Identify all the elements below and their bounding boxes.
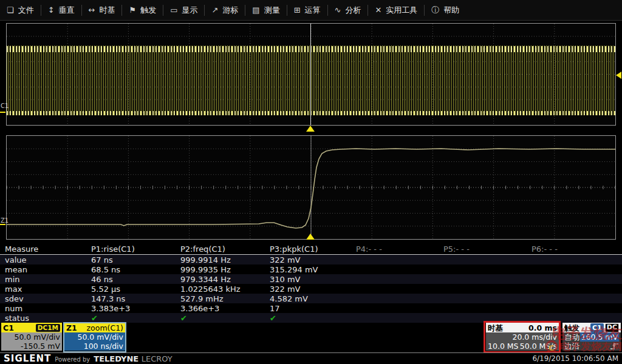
trigger-descriptor-box[interactable]: 触发 C1 DC 自动 160.5 mV 边沿 [562, 323, 621, 351]
menu-item-analysis[interactable]: ∿分析 [328, 0, 368, 20]
measure-row-mean: mean 68.5 ns 999.9935 Hz 315.294 mV [0, 265, 622, 274]
menu-item-math[interactable]: ⊞运算 [287, 0, 327, 20]
z1-timescale: 100 ns/div [66, 342, 123, 351]
z1-name: Z1 [66, 323, 77, 332]
cell: 322 mV [270, 255, 356, 265]
c1-waveform-bottom-envelope [7, 111, 615, 115]
zoom-window-position-line[interactable] [310, 24, 311, 125]
cell: 46 ns [91, 275, 180, 284]
main-waveform-area[interactable] [6, 23, 616, 126]
menu-item-measure[interactable]: ▤测量 [245, 0, 286, 20]
menu-item-display[interactable]: ▭显示 [163, 0, 204, 20]
tools-icon: ✕ [375, 5, 381, 15]
chart-icon: ∿ [335, 5, 341, 15]
measure-col-p2[interactable]: P2:freq(C1) [180, 244, 270, 254]
trigger-level: 160.5 mV [580, 332, 620, 342]
z1-mode: zoom(C1) [87, 323, 123, 332]
row-label: mean [0, 265, 91, 274]
menu-label-help: 帮助 [443, 5, 459, 16]
measure-icon: ▤ [252, 5, 259, 15]
measure-row-num: num 3.383e+3 3.366e+3 17 [0, 303, 622, 313]
datetime-display: 6/19/2015 10:06:50 AM [532, 354, 618, 363]
trigger-position-marker-top[interactable] [306, 126, 315, 132]
measure-row-value: value 67 ns 999.9914 Hz 322 mV [0, 255, 622, 265]
display-icon: ▭ [170, 5, 177, 15]
measure-table: Measure P1:rise(C1) P2:freq(C1) P3:pkpk(… [0, 244, 622, 323]
z1-descriptor-box[interactable]: Z1 zoom(C1) 50.0 mV/div 100 ns/div [63, 322, 126, 352]
cell: 68.5 ns [91, 265, 180, 274]
trigger-coupling-badge: DC [605, 323, 619, 332]
menu-bar: ❏文件 ↕垂直 ↔时基 ⚑触发 ▭显示 ↗游标 ▤测量 ⊞运算 ∿分析 ✕实用工… [0, 0, 622, 21]
cell: 979.3344 Hz [180, 275, 270, 284]
cell: 1.0225643 kHz [180, 285, 270, 294]
cell: 999.9935 Hz [180, 265, 270, 274]
trigger-source-badge: C1 [590, 323, 604, 332]
c1-descriptor-box[interactable]: C1 DC1M 50.0 mV/div -150.5 mV [1, 323, 62, 351]
measure-corner-label: Measure [0, 244, 91, 254]
c1-coupling-badge: DC1M [36, 324, 60, 332]
timebase-descriptor-box[interactable]: 时基 0.0 ms 20.0 ms/div 10.0 MS 50.0 MS/s [486, 323, 559, 351]
menu-label-analysis: 分析 [345, 5, 361, 16]
measure-col-p1[interactable]: P1:rise(C1) [91, 244, 180, 254]
z1-scale: 50.0 mV/div [66, 332, 123, 342]
menu-item-help[interactable]: ⓘ帮助 [425, 0, 466, 20]
status-check-icon: ✔ [91, 314, 180, 323]
measure-col-p4[interactable]: P4:- - - [356, 244, 443, 254]
cell: 310 mV [270, 275, 356, 284]
menu-label-trigger: 触发 [140, 5, 156, 16]
z1-channel-marker[interactable]: Z1 [1, 217, 9, 224]
menu-item-utilities[interactable]: ✕实用工具 [368, 0, 424, 20]
menu-item-timebase[interactable]: ↔时基 [82, 0, 122, 20]
menu-label-timebase: 时基 [99, 5, 115, 16]
menu-label-measure: 测量 [264, 5, 280, 16]
cell: 3.366e+3 [180, 304, 270, 313]
timebase-samplerate: 50.0 MS/s [520, 342, 557, 351]
zoom-waveform-area[interactable] [6, 135, 616, 240]
cell: 5.52 µs [91, 285, 180, 294]
menu-label-display: 显示 [182, 5, 197, 16]
teledyne-lecroy-logo: TELEDYNE LECROY [94, 354, 173, 363]
vertical-arrows-icon: ↕ [48, 5, 55, 15]
cell: 67 ns [91, 255, 180, 265]
measure-col-p6[interactable]: P6:- - - [531, 244, 622, 254]
timebase-samples: 10.0 MS [488, 342, 519, 351]
c1-waveform-band [7, 46, 615, 115]
c1-scale: 50.0 mV/div [3, 332, 60, 342]
status-check-icon: ✔ [270, 314, 356, 323]
menu-label-math: 运算 [305, 5, 321, 16]
measure-col-p5[interactable]: P5:- - - [443, 244, 531, 254]
timebase-delay: 0.0 ms [528, 323, 557, 332]
timebase-scale: 20.0 ms/div [488, 332, 557, 342]
trigger-level-marker[interactable] [616, 72, 621, 79]
row-label: status [0, 314, 91, 323]
cell: 322 mV [270, 285, 356, 294]
cell: 147.3 ns [91, 294, 180, 303]
cell: 4.582 mV [270, 294, 356, 303]
siglent-logo: SIGLENT [4, 353, 51, 364]
c1-name: C1 [3, 323, 14, 332]
info-icon: ⓘ [431, 5, 439, 16]
calculator-icon: ⊞ [294, 5, 301, 15]
menu-item-cursors[interactable]: ↗游标 [205, 0, 245, 20]
trigger-flag-icon: ⚑ [129, 5, 136, 15]
trigger-label: 触发 [564, 323, 579, 332]
c1-channel-marker[interactable]: C1 [1, 103, 9, 109]
powered-by-text: Powered by [55, 356, 90, 363]
measure-col-p3[interactable]: P3:pkpk(C1) [270, 244, 356, 254]
menu-label-cursors: 游标 [222, 5, 238, 16]
menu-item-file[interactable]: ❏文件 [0, 0, 41, 20]
menu-item-trigger[interactable]: ⚑触发 [122, 0, 163, 20]
file-icon: ❏ [7, 5, 14, 15]
cell: 315.294 mV [270, 265, 356, 274]
menu-item-vertical[interactable]: ↕垂直 [41, 0, 81, 20]
trigger-position-marker-bottom[interactable] [306, 234, 315, 240]
c1-offset-dash [0, 112, 5, 113]
row-label: value [0, 255, 91, 265]
c1-offset: -150.5 mV [3, 342, 60, 351]
cell: 527.9 mHz [180, 294, 270, 303]
horizontal-arrows-icon: ↔ [89, 5, 95, 15]
cell: 3.383e+3 [91, 304, 180, 313]
z1-trace [7, 136, 615, 239]
z1-offset-dash [0, 224, 5, 225]
cursor-arrow-icon: ↗ [211, 5, 218, 15]
